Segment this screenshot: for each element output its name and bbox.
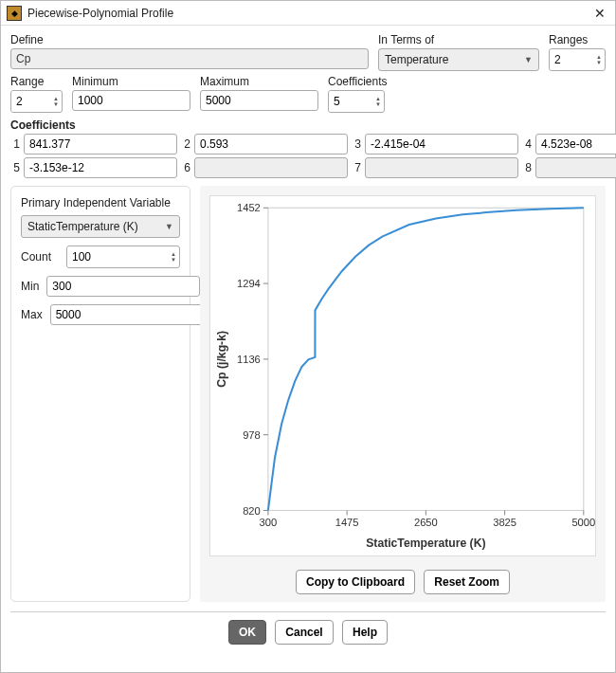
chevron-down-icon: ▼ (524, 55, 533, 64)
minimum-label: Minimum (72, 75, 190, 88)
close-icon[interactable]: ✕ (590, 6, 609, 21)
svg-text:820: 820 (243, 505, 261, 517)
coefcount-spinner[interactable]: ▲▼ (328, 90, 385, 113)
svg-text:3825: 3825 (493, 517, 516, 528)
piv-label: Primary Independent Variable (21, 196, 180, 209)
minimum-input[interactable] (72, 90, 190, 111)
spinner-down-icon[interactable]: ▼ (375, 101, 381, 107)
svg-text:StaticTemperature (K): StaticTemperature (K) (366, 537, 485, 550)
range-value[interactable] (11, 91, 50, 112)
coef-5-input[interactable] (24, 157, 177, 178)
coef-index: 2 (181, 137, 190, 151)
piv-value: StaticTemperature (K) (27, 220, 138, 233)
range-label: Range (10, 75, 63, 88)
spinner-down-icon[interactable]: ▼ (53, 101, 59, 107)
coef-6-input (194, 157, 348, 178)
svg-text:1475: 1475 (335, 517, 359, 528)
coef-8-input (535, 157, 616, 178)
svg-rect-0 (268, 208, 584, 510)
svg-text:300: 300 (260, 517, 278, 528)
count-value[interactable] (67, 246, 168, 267)
count-spinner[interactable]: ▲▼ (66, 246, 180, 268)
ok-button[interactable]: OK (228, 620, 266, 645)
window-title: Piecewise-Polynomial Profile (27, 7, 590, 20)
coef-1-input[interactable] (24, 134, 177, 155)
range-spinner[interactable]: ▲▼ (10, 90, 63, 113)
count-label: Count (21, 250, 59, 264)
titlebar: ◆ Piecewise-Polynomial Profile ✕ (1, 1, 615, 26)
spinner-down-icon[interactable]: ▼ (171, 257, 176, 263)
svg-text:978: 978 (243, 429, 261, 441)
coef-index: 1 (10, 137, 20, 151)
coef-index: 6 (181, 161, 190, 174)
define-label: Define (10, 33, 369, 46)
coef-index: 3 (352, 137, 361, 151)
piv-select[interactable]: StaticTemperature (K) ▼ (21, 215, 180, 238)
coef-index: 5 (10, 161, 20, 174)
chevron-down-icon: ▼ (165, 222, 173, 231)
interms-value: Temperature (385, 53, 448, 66)
reset-zoom-button[interactable]: Reset Zoom (424, 570, 510, 594)
help-button[interactable]: Help (342, 620, 388, 645)
ranges-label: Ranges (549, 33, 606, 46)
piv-panel: Primary Independent Variable StaticTempe… (10, 186, 190, 602)
svg-text:1136: 1136 (237, 354, 261, 365)
maximum-label: Maximum (200, 75, 318, 88)
coef-7-input (365, 157, 518, 178)
coef-4-input[interactable] (535, 134, 616, 155)
spinner-down-icon[interactable]: ▼ (596, 60, 602, 65)
copy-to-clipboard-button[interactable]: Copy to Clipboard (296, 570, 415, 594)
svg-text:1452: 1452 (237, 202, 261, 213)
ranges-spinner[interactable]: ▲▼ (549, 48, 606, 71)
coef-index: 8 (522, 161, 532, 174)
min-input[interactable] (46, 276, 200, 297)
coef-index: 7 (352, 161, 361, 174)
maximum-input[interactable] (200, 90, 318, 111)
ranges-value[interactable] (550, 49, 593, 70)
interms-label: In Terms of (378, 33, 539, 46)
coefcount-label: Coefficients (328, 75, 385, 88)
coef-index: 4 (522, 137, 532, 151)
coefficients-heading: Coefficients (10, 118, 606, 132)
chart-panel: 3001475265038255000820978113612941452Sta… (200, 186, 606, 602)
coefcount-value[interactable] (329, 91, 372, 112)
app-icon: ◆ (7, 6, 22, 21)
min-label: Min (21, 280, 39, 293)
coef-2-input[interactable] (194, 134, 348, 155)
coef-3-input[interactable] (365, 134, 518, 155)
cancel-button[interactable]: Cancel (275, 620, 333, 645)
separator (10, 611, 606, 612)
svg-text:5000: 5000 (571, 517, 595, 528)
max-input[interactable] (50, 304, 204, 325)
svg-text:1294: 1294 (237, 278, 261, 289)
chart-area[interactable]: 3001475265038255000820978113612941452Sta… (209, 195, 596, 556)
interms-select[interactable]: Temperature ▼ (378, 48, 539, 71)
svg-text:Cp (j/kg-k): Cp (j/kg-k) (215, 331, 228, 388)
define-field (10, 48, 369, 69)
max-label: Max (21, 308, 43, 321)
svg-text:2650: 2650 (414, 517, 438, 528)
